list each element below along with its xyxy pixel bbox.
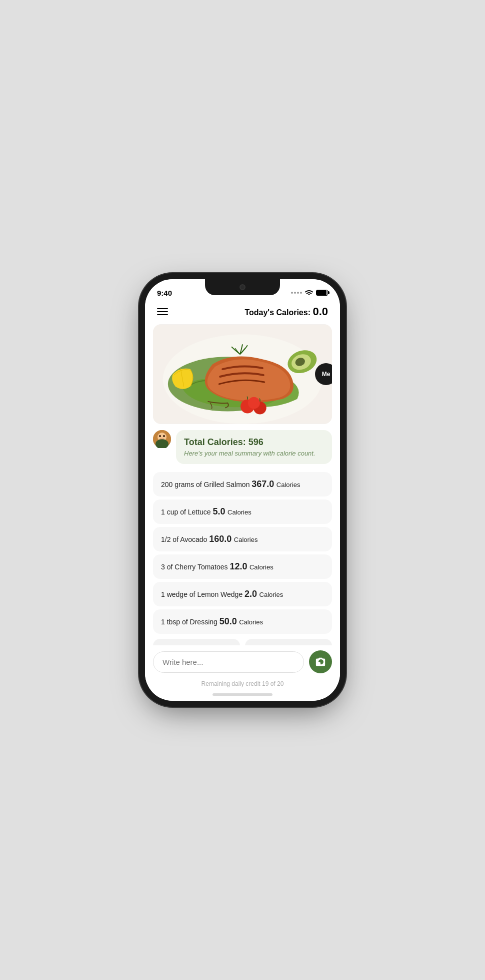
food-item-unit: Calories <box>234 536 258 543</box>
food-item-unit: Calories <box>260 591 284 598</box>
food-items-list: 200 grams of Grilled Salmon 367.0 Calori… <box>145 472 340 634</box>
food-item-calories: 2.0 <box>244 589 257 599</box>
scroll-area[interactable]: Me Total Calories: 59 <box>145 324 340 645</box>
hamburger-line-2 <box>157 311 168 312</box>
food-item-card: 1 tbsp of Dressing 50.0 Calories <box>153 609 332 634</box>
suggest-meal-button[interactable]: Suggest my next meal according to my pre… <box>153 639 240 645</box>
ai-bubble-container: Total Calories: 596 Here's your meal sum… <box>153 430 332 464</box>
meal-image-container: Me <box>153 324 332 424</box>
me-label: Me <box>322 371 330 378</box>
food-item-card: 1 cup of Lettuce 5.0 Calories <box>153 499 332 524</box>
food-item-description: 1 wedge of Lemon Wedge <box>161 590 244 598</box>
svg-point-13 <box>159 435 161 437</box>
input-bar <box>145 645 340 678</box>
hamburger-menu-button[interactable] <box>157 308 168 315</box>
calories-header-value: 0.0 <box>312 305 328 318</box>
notch <box>205 279 280 295</box>
app-header: Today's Calories: 0.0 <box>145 301 340 324</box>
ai-message-bubble: Total Calories: 596 Here's your meal sum… <box>176 430 332 464</box>
food-item-description: 3 of Cherry Tomatoes <box>161 563 230 571</box>
today-calories-display: Today's Calories: 0.0 <box>244 305 328 318</box>
food-item-card: 1/2 of Avocado 160.0 Calories <box>153 527 332 551</box>
food-item-description: 200 grams of Grilled Salmon <box>161 481 252 489</box>
message-input[interactable] <box>153 651 304 673</box>
diet-plan-button[interactable]: Make me a diet plan based on my goal <box>245 639 332 645</box>
ai-avatar <box>153 430 171 448</box>
camera-notch <box>240 284 246 290</box>
wifi-icon <box>305 289 313 297</box>
food-item-description: 1/2 of Avocado <box>161 535 209 543</box>
food-item-calories: 160.0 <box>209 534 232 544</box>
hamburger-line-3 <box>157 314 168 315</box>
food-item-unit: Calories <box>239 618 263 626</box>
food-item-calories: 50.0 <box>220 616 237 626</box>
svg-point-14 <box>163 435 165 437</box>
suggestion-buttons-container: Suggest my next meal according to my pre… <box>153 639 332 645</box>
food-item-calories: 5.0 <box>213 506 226 516</box>
food-item-description: 1 tbsp of Dressing <box>161 618 220 626</box>
status-icons <box>291 289 328 297</box>
food-item-unit: Calories <box>228 508 252 516</box>
camera-button[interactable] <box>309 650 332 673</box>
hamburger-line-1 <box>157 308 168 309</box>
status-time: 9:40 <box>157 289 172 297</box>
food-item-description: 1 cup of Lettuce <box>161 508 213 516</box>
calories-header-label: Today's Calories: <box>244 308 310 317</box>
signal-icon <box>291 292 302 294</box>
home-indicator <box>212 693 272 696</box>
food-item-unit: Calories <box>276 481 300 489</box>
meal-image <box>153 324 332 424</box>
ai-message-subtitle: Here's your meal summary with calorie co… <box>184 450 324 457</box>
ai-message-title: Total Calories: 596 <box>184 437 324 448</box>
svg-point-9 <box>248 397 260 409</box>
food-item-calories: 12.0 <box>230 561 247 571</box>
food-item-calories: 367.0 <box>252 479 274 489</box>
food-item-card: 3 of Cherry Tomatoes 12.0 Calories <box>153 554 332 579</box>
battery-icon <box>316 290 328 296</box>
camera-icon <box>315 656 326 667</box>
food-item-card: 200 grams of Grilled Salmon 367.0 Calori… <box>153 472 332 496</box>
food-item-unit: Calories <box>250 563 274 571</box>
food-item-card: 1 wedge of Lemon Wedge 2.0 Calories <box>153 582 332 606</box>
footer-credit: Remaining daily credit 19 of 20 <box>145 678 340 691</box>
